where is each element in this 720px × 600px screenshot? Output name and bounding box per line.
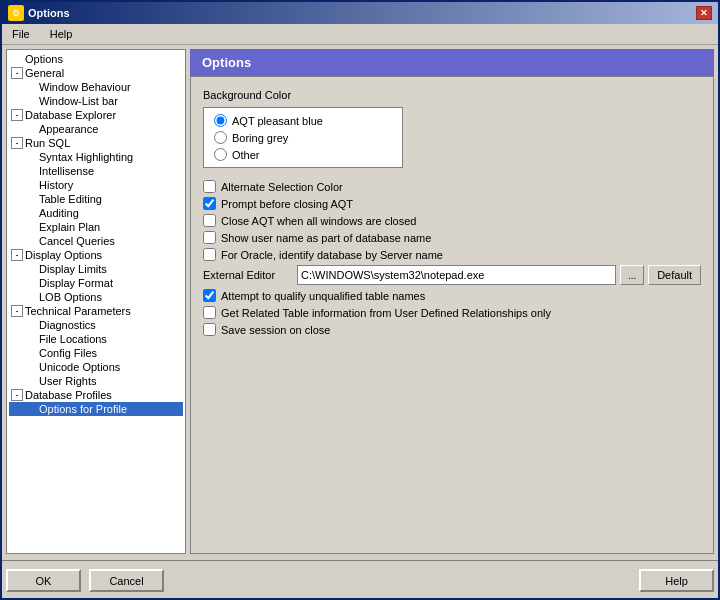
tree-item-explain-plan[interactable]: Explain Plan [9, 220, 183, 234]
tree-item-database-explorer[interactable]: -Database Explorer [9, 108, 183, 122]
menu-help[interactable]: Help [44, 26, 79, 42]
default-button[interactable]: Default [648, 265, 701, 285]
radio-boring-grey-input[interactable] [214, 131, 227, 144]
tree-toggle-technical-parameters[interactable]: - [11, 305, 23, 317]
tree-label-config-files: Config Files [39, 347, 97, 359]
checkbox-oracle-server: For Oracle, identify database by Server … [203, 248, 701, 261]
tree-label-history: History [39, 179, 73, 191]
tree-label-database-explorer: Database Explorer [25, 109, 116, 121]
tree-item-display-options[interactable]: -Display Options [9, 248, 183, 262]
background-color-label: Background Color [203, 89, 701, 101]
tree-label-options: Options [25, 53, 63, 65]
options-body: Background Color AQT pleasant blue Borin… [190, 76, 714, 554]
tree-item-table-editing[interactable]: Table Editing [9, 192, 183, 206]
radio-aqt-blue: AQT pleasant blue [214, 114, 392, 127]
menu-file[interactable]: File [6, 26, 36, 42]
checkbox-show-username-input[interactable] [203, 231, 216, 244]
footer-divider [2, 560, 718, 561]
external-editor-row: External Editor ... Default [203, 265, 701, 285]
checkbox-oracle-server-input[interactable] [203, 248, 216, 261]
tree-label-file-locations: File Locations [39, 333, 107, 345]
browse-button[interactable]: ... [620, 265, 644, 285]
tree-toggle-run-sql[interactable]: - [11, 137, 23, 149]
title-bar-left: ⚙ Options [8, 5, 70, 21]
checkbox-show-username-label: Show user name as part of database name [221, 232, 431, 244]
tree-toggle-display-options[interactable]: - [11, 249, 23, 261]
tree-label-display-options: Display Options [25, 249, 102, 261]
checkbox-qualify-input[interactable] [203, 289, 216, 302]
checkbox-close-all-input[interactable] [203, 214, 216, 227]
tree-item-display-limits[interactable]: Display Limits [9, 262, 183, 276]
tree-item-general[interactable]: -General [9, 66, 183, 80]
tree-label-syntax-highlighting: Syntax Highlighting [39, 151, 133, 163]
tree-item-diagnostics[interactable]: Diagnostics [9, 318, 183, 332]
footer-left: OK Cancel [6, 569, 164, 592]
tree-item-run-sql[interactable]: -Run SQL [9, 136, 183, 150]
checkbox-close-all: Close AQT when all windows are closed [203, 214, 701, 227]
main-content: Options-GeneralWindow BehaviourWindow-Li… [2, 45, 718, 558]
tree-item-user-rights[interactable]: User Rights [9, 374, 183, 388]
checkbox-save-session: Save session on close [203, 323, 701, 336]
checkbox-related-input[interactable] [203, 306, 216, 319]
tree-item-options-for-profile[interactable]: Options for Profile [9, 402, 183, 416]
right-panel: Options Background Color AQT pleasant bl… [190, 49, 714, 554]
tree-item-window-behaviour[interactable]: Window Behaviour [9, 80, 183, 94]
radio-other-label: Other [232, 149, 260, 161]
options-header: Options [190, 49, 714, 76]
tree-item-config-files[interactable]: Config Files [9, 346, 183, 360]
radio-aqt-blue-input[interactable] [214, 114, 227, 127]
tree-toggle-database-explorer[interactable]: - [11, 109, 23, 121]
checkbox-alt-sel-input[interactable] [203, 180, 216, 193]
checkbox-save-session-label: Save session on close [221, 324, 330, 336]
checkbox-oracle-server-label: For Oracle, identify database by Server … [221, 249, 443, 261]
tree-item-file-locations[interactable]: File Locations [9, 332, 183, 346]
tree-label-table-editing: Table Editing [39, 193, 102, 205]
tree-item-auditing[interactable]: Auditing [9, 206, 183, 220]
tree-label-options-for-profile: Options for Profile [39, 403, 127, 415]
tree-label-display-format: Display Format [39, 277, 113, 289]
window-icon: ⚙ [8, 5, 24, 21]
tree-item-lob-options[interactable]: LOB Options [9, 290, 183, 304]
tree-toggle-database-profiles[interactable]: - [11, 389, 23, 401]
tree-item-options[interactable]: Options [9, 52, 183, 66]
tree-item-intellisense[interactable]: Intellisense [9, 164, 183, 178]
close-button[interactable]: ✕ [696, 6, 712, 20]
tree-container: Options-GeneralWindow BehaviourWindow-Li… [9, 52, 183, 416]
tree-label-database-profiles: Database Profiles [25, 389, 112, 401]
help-button[interactable]: Help [639, 569, 714, 592]
checkbox-show-username: Show user name as part of database name [203, 231, 701, 244]
tree-item-cancel-queries[interactable]: Cancel Queries [9, 234, 183, 248]
cancel-button[interactable]: Cancel [89, 569, 164, 592]
tree-toggle-general[interactable]: - [11, 67, 23, 79]
external-editor-input[interactable] [297, 265, 616, 285]
tree-item-unicode-options[interactable]: Unicode Options [9, 360, 183, 374]
tree-label-window-behaviour: Window Behaviour [39, 81, 131, 93]
checkbox-prompt-close: Prompt before closing AQT [203, 197, 701, 210]
tree-item-window-list-bar[interactable]: Window-List bar [9, 94, 183, 108]
tree-label-auditing: Auditing [39, 207, 79, 219]
checkbox-qualify: Attempt to qualify unqualified table nam… [203, 289, 701, 302]
external-editor-label: External Editor [203, 269, 293, 281]
radio-group: AQT pleasant blue Boring grey Other [203, 107, 403, 168]
radio-other-input[interactable] [214, 148, 227, 161]
checkbox-prompt-close-label: Prompt before closing AQT [221, 198, 353, 210]
options-window: ⚙ Options ✕ File Help Options-GeneralWin… [0, 0, 720, 600]
checkbox-close-all-label: Close AQT when all windows are closed [221, 215, 416, 227]
checkbox-related: Get Related Table information from User … [203, 306, 701, 319]
tree-panel: Options-GeneralWindow BehaviourWindow-Li… [6, 49, 186, 554]
tree-item-technical-parameters[interactable]: -Technical Parameters [9, 304, 183, 318]
tree-label-technical-parameters: Technical Parameters [25, 305, 131, 317]
tree-label-explain-plan: Explain Plan [39, 221, 100, 233]
tree-item-appearance[interactable]: Appearance [9, 122, 183, 136]
ok-button[interactable]: OK [6, 569, 81, 592]
tree-item-database-profiles[interactable]: -Database Profiles [9, 388, 183, 402]
tree-label-window-list-bar: Window-List bar [39, 95, 118, 107]
tree-label-cancel-queries: Cancel Queries [39, 235, 115, 247]
checkbox-prompt-close-input[interactable] [203, 197, 216, 210]
tree-item-syntax-highlighting[interactable]: Syntax Highlighting [9, 150, 183, 164]
checkbox-save-session-input[interactable] [203, 323, 216, 336]
tree-label-lob-options: LOB Options [39, 291, 102, 303]
radio-boring-grey-label: Boring grey [232, 132, 288, 144]
tree-item-display-format[interactable]: Display Format [9, 276, 183, 290]
tree-item-history[interactable]: History [9, 178, 183, 192]
